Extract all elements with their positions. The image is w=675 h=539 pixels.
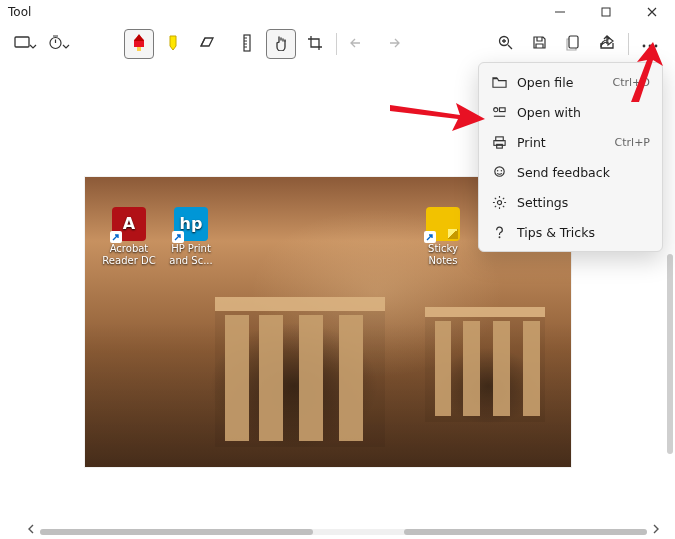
menu-item-label: Send feedback <box>517 165 610 180</box>
svg-point-18 <box>497 200 501 204</box>
menu-item-shortcut: Ctrl+P <box>615 136 650 149</box>
share-button[interactable] <box>592 29 622 59</box>
svg-point-17 <box>500 169 502 171</box>
acrobat-icon: A <box>112 207 146 241</box>
svg-point-19 <box>498 236 500 238</box>
touch-writing-icon <box>273 35 289 54</box>
more-menu: Open file Ctrl+O Open with Print Ctrl+P … <box>478 62 663 252</box>
ruler-icon <box>243 34 251 55</box>
undo-icon <box>350 36 366 53</box>
hp-icon: hp <box>174 207 208 241</box>
maximize-button[interactable] <box>583 0 629 24</box>
toolbar-separator <box>336 33 337 55</box>
more-button[interactable] <box>635 29 665 59</box>
menu-item-label: Open file <box>517 75 573 90</box>
svg-rect-6 <box>569 36 578 48</box>
scrollbar-thumb[interactable] <box>40 529 313 535</box>
desktop-icon-sticky-notes: Sticky Notes <box>415 207 471 266</box>
desktop-icon-hp: hp HP Print and Sc... <box>163 207 219 266</box>
redo-button[interactable] <box>377 29 407 59</box>
save-icon <box>532 35 547 53</box>
scroll-left-icon[interactable] <box>26 523 36 537</box>
pen-icon <box>132 34 146 55</box>
svg-rect-2 <box>15 37 29 47</box>
menu-item-shortcut: Ctrl+O <box>613 76 650 89</box>
chevron-down-icon <box>29 40 37 48</box>
screenshot-background <box>425 307 545 422</box>
timer-icon <box>48 35 63 53</box>
ruler-button[interactable] <box>232 29 262 59</box>
save-button[interactable] <box>524 29 554 59</box>
shortcut-overlay-icon <box>172 231 184 243</box>
eraser-icon <box>199 36 215 53</box>
more-icon <box>642 37 658 51</box>
svg-rect-4 <box>244 35 250 51</box>
scroll-right-icon[interactable] <box>651 523 661 537</box>
undo-button[interactable] <box>343 29 373 59</box>
shortcut-overlay-icon <box>110 231 122 243</box>
screenshot-background <box>215 297 385 447</box>
menu-item-label: Print <box>517 135 546 150</box>
titlebar: Tool <box>0 0 675 24</box>
close-button[interactable] <box>629 0 675 24</box>
svg-rect-1 <box>602 8 610 16</box>
desktop-icon-acrobat: A Acrobat Reader DC <box>101 207 157 266</box>
svg-point-16 <box>496 169 498 171</box>
highlighter-button[interactable] <box>158 29 188 59</box>
menu-item-label: Settings <box>517 195 568 210</box>
copy-button[interactable] <box>558 29 588 59</box>
svg-rect-11 <box>499 107 505 111</box>
selection-mode-button[interactable] <box>10 29 40 59</box>
menu-item-label: Open with <box>517 105 581 120</box>
menu-item-tips[interactable]: Tips & Tricks <box>479 217 662 247</box>
svg-rect-0 <box>555 12 565 13</box>
toolbar <box>0 24 675 64</box>
menu-item-open-with[interactable]: Open with <box>479 97 662 127</box>
chevron-down-icon <box>62 40 70 48</box>
menu-item-settings[interactable]: Settings <box>479 187 662 217</box>
copy-icon <box>566 35 580 54</box>
scrollbar-thumb[interactable] <box>404 529 647 535</box>
svg-point-9 <box>655 45 658 48</box>
vertical-scrollbar[interactable] <box>667 254 673 454</box>
zoom-button[interactable] <box>490 29 520 59</box>
printer-icon <box>491 135 507 150</box>
desktop-icon-label: HP Print and Sc... <box>169 243 212 266</box>
menu-item-send-feedback[interactable]: Send feedback <box>479 157 662 187</box>
sticky-notes-icon <box>426 207 460 241</box>
toolbar-separator <box>628 33 629 55</box>
minimize-button[interactable] <box>537 0 583 24</box>
share-icon <box>599 35 615 53</box>
svg-point-10 <box>493 107 497 111</box>
redo-icon <box>384 36 400 53</box>
zoom-icon <box>498 35 513 53</box>
pen-button[interactable] <box>124 29 154 59</box>
svg-point-7 <box>643 45 646 48</box>
highlighter-icon <box>166 34 180 55</box>
delay-button[interactable] <box>44 29 74 59</box>
rectangle-select-icon <box>14 36 30 53</box>
help-icon <box>491 225 507 240</box>
gear-icon <box>491 195 507 210</box>
window-title: Tool <box>8 5 31 19</box>
horizontal-scrollbar[interactable] <box>40 529 647 535</box>
svg-point-8 <box>649 45 652 48</box>
menu-item-label: Tips & Tricks <box>517 225 595 240</box>
menu-item-print[interactable]: Print Ctrl+P <box>479 127 662 157</box>
feedback-icon <box>491 165 507 180</box>
window-controls <box>537 0 675 24</box>
menu-item-open-file[interactable]: Open file Ctrl+O <box>479 67 662 97</box>
open-with-icon <box>491 105 507 120</box>
desktop-icon-label: Sticky Notes <box>428 243 458 266</box>
crop-button[interactable] <box>300 29 330 59</box>
svg-point-15 <box>494 166 503 175</box>
touch-writing-button[interactable] <box>266 29 296 59</box>
folder-open-icon <box>491 75 507 90</box>
crop-icon <box>307 35 323 54</box>
shortcut-overlay-icon <box>424 231 436 243</box>
eraser-button[interactable] <box>192 29 222 59</box>
desktop-icon-label: Acrobat Reader DC <box>102 243 155 266</box>
